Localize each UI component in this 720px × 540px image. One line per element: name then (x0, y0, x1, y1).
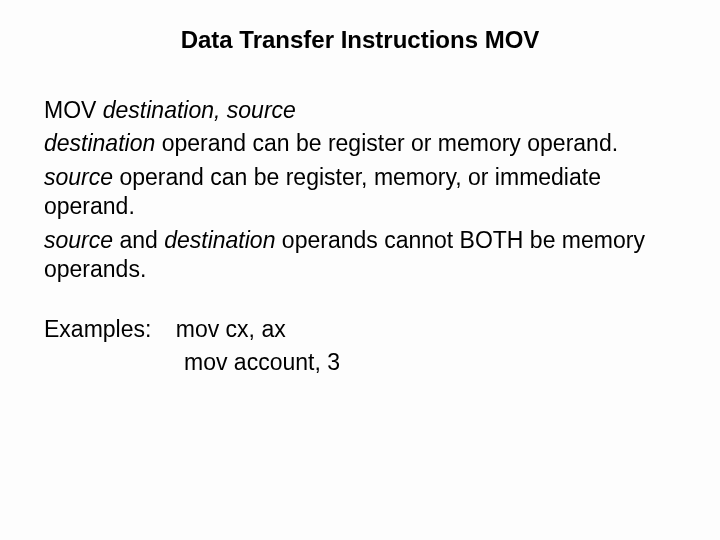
rule-both-dest: destination (164, 227, 275, 253)
rule-destination: destination operand can be register or m… (44, 129, 676, 158)
rule-source: source operand can be register, memory, … (44, 163, 676, 222)
slide-body: MOV destination, source destination oper… (44, 96, 676, 378)
examples-line-1: Examples: mov cx, ax (44, 315, 676, 344)
rule-dest-term: destination (44, 130, 155, 156)
rule-dest-text: operand can be register or memory operan… (155, 130, 618, 156)
rule-both: source and destination operands cannot B… (44, 226, 676, 285)
rule-both-mid: and (113, 227, 164, 253)
slide-title: Data Transfer Instructions MOV (44, 26, 676, 54)
example-2: mov account, 3 (184, 348, 676, 377)
syntax-operands: destination, source (103, 97, 296, 123)
mnemonic: MOV (44, 97, 103, 123)
slide: Data Transfer Instructions MOV MOV desti… (0, 0, 720, 540)
examples-label: Examples: (44, 315, 151, 344)
example-1: mov cx, ax (176, 315, 286, 344)
rule-source-text: operand can be register, memory, or imme… (44, 164, 601, 219)
examples-block: Examples: mov cx, ax mov account, 3 (44, 315, 676, 378)
rule-source-term: source (44, 164, 113, 190)
syntax-line: MOV destination, source (44, 96, 676, 125)
rule-both-src: source (44, 227, 113, 253)
